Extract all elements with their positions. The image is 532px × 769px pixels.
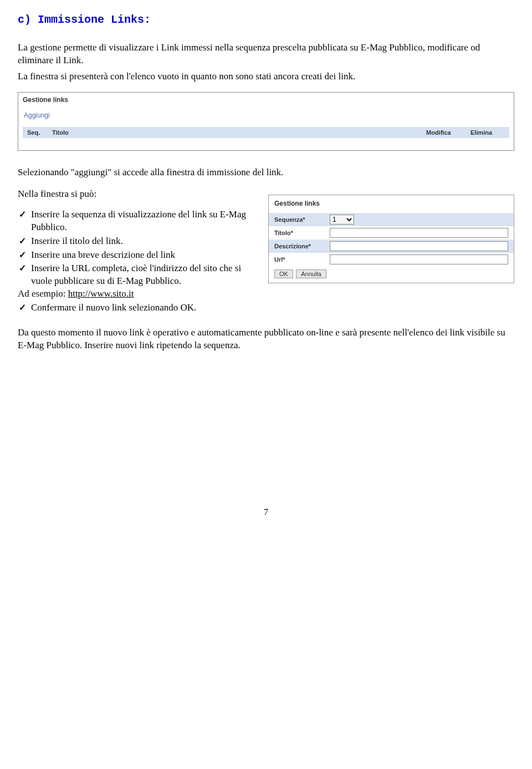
links-table: Seq. Titolo Modifica Elimina bbox=[23, 127, 509, 138]
aggiungi-link[interactable]: Aggiungi bbox=[24, 111, 509, 119]
list-item-example: Ad esempio: http://www.sito.it bbox=[18, 288, 258, 301]
checklist: Inserire la sequenza di visualizzazione … bbox=[18, 208, 258, 315]
titolo-input[interactable] bbox=[330, 228, 508, 238]
example-link[interactable]: http://www.sito.it bbox=[68, 288, 134, 299]
column-titolo: Titolo bbox=[48, 127, 422, 138]
label-sequenza: Sequenza* bbox=[274, 216, 330, 223]
list-item: Inserire una breve descrizione del link bbox=[18, 249, 258, 262]
form-panel-title: Gestione links bbox=[269, 195, 514, 213]
sequenza-select[interactable]: 1 bbox=[330, 215, 354, 225]
ok-button[interactable]: OK bbox=[274, 269, 293, 278]
page-number: 7 bbox=[18, 507, 514, 531]
url-input[interactable] bbox=[330, 254, 508, 264]
list-item: Inserire il titolo del link. bbox=[18, 235, 258, 248]
annulla-button[interactable]: Annulla bbox=[296, 269, 326, 278]
label-descrizione: Descrizione* bbox=[274, 243, 330, 249]
intro-paragraph-2: La finestra si presenterà con l'elenco v… bbox=[18, 70, 514, 83]
label-url: Url* bbox=[274, 256, 330, 263]
list-item-text: Inserire la sequenza di visualizzazione … bbox=[31, 209, 246, 232]
paragraph-selezionando: Selezionando "aggiungi" si accede alla f… bbox=[18, 166, 514, 179]
heading-label: Immissione Links: bbox=[38, 13, 151, 26]
intro-paragraph-1: La gestione permette di visualizzare i L… bbox=[18, 42, 514, 67]
panel-title: Gestione links bbox=[23, 96, 509, 104]
list-item-text: Inserire la URL completa, cioè l'indiriz… bbox=[31, 263, 241, 286]
list-item: Inserire la URL completa, cioè l'indiriz… bbox=[18, 262, 258, 301]
example-prefix: Ad esempio: bbox=[18, 288, 68, 299]
column-modifica: Modifica bbox=[422, 127, 466, 138]
heading-prefix: c) bbox=[18, 13, 31, 26]
paragraph-final: Da questo momento il nuovo link è operat… bbox=[18, 327, 514, 352]
descrizione-input[interactable] bbox=[330, 241, 508, 251]
list-item: Inserire la sequenza di visualizzazione … bbox=[18, 208, 258, 234]
column-elimina: Elimina bbox=[466, 127, 509, 138]
column-seq: Seq. bbox=[23, 127, 48, 138]
screenshot-gestione-links-list: Gestione links Aggiungi Seq. Titolo Modi… bbox=[18, 92, 514, 151]
section-heading: c) Immissione Links: bbox=[18, 13, 514, 26]
label-titolo: Titolo* bbox=[274, 230, 330, 236]
list-item: Confermare il nuovo link selezionando OK… bbox=[18, 302, 258, 314]
paragraph-nella: Nella finestra si può: bbox=[18, 188, 258, 201]
screenshot-gestione-links-form: Gestione links Sequenza* 1 Titolo* Descr… bbox=[268, 195, 514, 283]
